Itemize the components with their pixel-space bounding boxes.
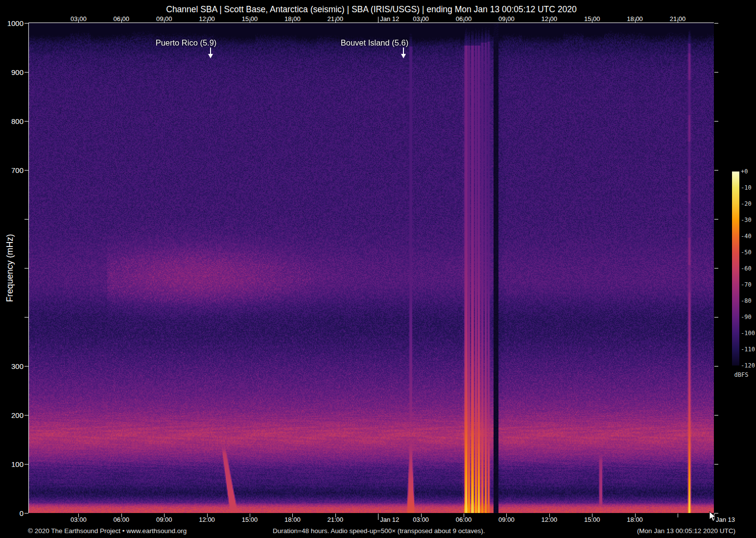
colorbar-tick-label: -110: [741, 346, 755, 353]
x-tick-label: 18:00: [284, 15, 301, 23]
x-tick-label: 06:00: [456, 516, 472, 523]
y-tick-label: 0: [2, 509, 24, 517]
x-tick-label: 06:00: [114, 516, 130, 523]
colorbar-tick-label: -30: [741, 217, 752, 223]
x-tick-label: 12:00: [542, 15, 558, 23]
y-tick: [24, 170, 28, 171]
colorbar-tick-label: -120: [741, 362, 755, 369]
y-tick: [24, 513, 28, 514]
colorbar-tick-label: +0: [741, 168, 748, 175]
footer-duration-note: Duration=48 hours. Audio speed-up=500× (…: [273, 527, 485, 535]
x-tick-label: 15:00: [584, 15, 600, 23]
x-tick-label: 09:00: [498, 516, 515, 523]
colorbar-gradient: [732, 171, 739, 366]
x-tick-label: 15:00: [242, 15, 258, 23]
x-tick-label: 03:00: [413, 516, 429, 523]
y-tick: [24, 219, 28, 220]
down-arrow-icon: [401, 48, 406, 59]
y-tick-label: 700: [2, 166, 24, 174]
y-axis-label: Frequency (mHz): [5, 234, 15, 302]
x-tick-label: 06:00: [114, 15, 130, 23]
down-arrow-icon: [208, 48, 213, 59]
y-tick: [714, 317, 718, 318]
y-tick: [714, 219, 718, 220]
y-tick: [714, 415, 718, 416]
footer-copyright: © 2020 The Earthsound Project • www.eart…: [28, 527, 187, 535]
y-tick-label: 200: [2, 411, 24, 419]
y-tick-label: 300: [2, 362, 24, 370]
y-tick: [24, 464, 28, 465]
footer-timestamp: (Mon Jan 13 00:05:12 2020 UTC): [637, 527, 735, 535]
x-tick-label: 12:00: [542, 516, 558, 523]
y-tick: [714, 464, 718, 465]
annotation-text: Puerto Rico (5.9): [156, 38, 217, 47]
colorbar-tick-label: -20: [741, 200, 752, 207]
y-tick-label: 100: [2, 460, 24, 468]
colorbar-unit-label: dBFS: [732, 371, 750, 378]
x-tick-label: Jan 12: [380, 15, 399, 23]
x-tick-label: 21:00: [328, 15, 344, 23]
x-tick-label: 06:00: [456, 15, 472, 23]
x-tick-label: 15:00: [242, 516, 258, 523]
x-tick-label: 21:00: [328, 516, 344, 523]
x-tick: [378, 17, 378, 23]
spectrogram-canvas: [29, 23, 714, 513]
y-tick: [24, 268, 28, 269]
x-tick-label: 09:00: [498, 15, 515, 23]
y-tick-label: 900: [2, 68, 24, 76]
x-tick-label: 09:00: [156, 15, 172, 23]
colorbar-tick-label: -80: [741, 297, 752, 304]
annotation-puerto-rico: Puerto Rico (5.9): [156, 38, 217, 48]
x-tick: [678, 514, 678, 517]
y-tick: [24, 415, 28, 416]
x-tick-label: 03:00: [413, 15, 429, 23]
y-tick-label: 800: [2, 117, 24, 125]
annotation-text: Bouvet Island (5.6): [341, 38, 409, 47]
x-tick-label: 12:00: [199, 15, 215, 23]
y-tick: [24, 72, 28, 73]
x-tick-label: 12:00: [199, 516, 215, 523]
colorbar-tick-label: -100: [741, 330, 755, 337]
y-tick: [24, 121, 28, 122]
y-tick: [714, 366, 718, 367]
y-tick: [24, 23, 28, 24]
y-tick: [714, 170, 718, 171]
y-tick-label: 1000: [2, 19, 24, 27]
colorbar-tick-label: -50: [741, 249, 752, 256]
colorbar-tick-label: -40: [741, 233, 752, 240]
x-tick-label: 03:00: [71, 516, 87, 523]
x-tick-label: 21:00: [670, 15, 686, 23]
colorbar-tick-label: -10: [741, 184, 752, 191]
x-tick-label: 15:00: [584, 516, 600, 523]
annotation-bouvet-island: Bouvet Island (5.6): [341, 38, 409, 48]
x-tick-label: 18:00: [627, 15, 643, 23]
y-tick: [24, 366, 28, 367]
y-tick: [714, 72, 718, 73]
x-tick-label: 09:00: [156, 516, 172, 523]
y-tick: [714, 268, 718, 269]
y-tick: [714, 23, 718, 24]
mouse-cursor-icon: [709, 512, 716, 522]
chart-title: Channel SBA | Scott Base, Antarctica (se…: [29, 4, 714, 15]
x-tick: [378, 514, 378, 520]
x-tick-label: Jan 13: [716, 516, 735, 523]
x-tick-label: 18:00: [627, 516, 643, 523]
colorbar-tick-label: -60: [741, 265, 752, 272]
colorbar-tick-label: -70: [741, 281, 752, 288]
x-tick-label: Jan 12: [380, 516, 399, 523]
colorbar-tick-label: -90: [741, 314, 752, 320]
y-tick: [714, 121, 718, 122]
spectrogram-page: Channel SBA | Scott Base, Antarctica (se…: [0, 0, 756, 538]
x-tick-label: 03:00: [71, 15, 87, 23]
x-tick-label: 18:00: [284, 516, 301, 523]
y-tick: [24, 317, 28, 318]
